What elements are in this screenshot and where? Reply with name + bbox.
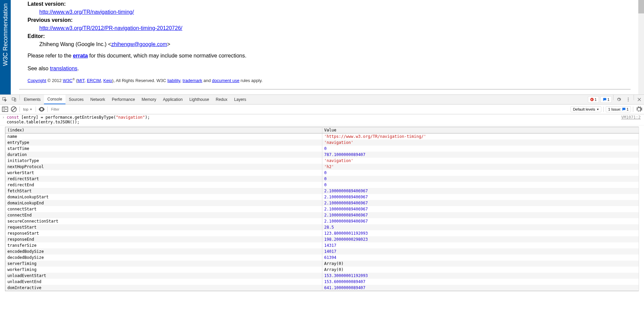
ercim-link[interactable]: ERCIM [87, 78, 101, 83]
table-row[interactable]: name'https://www.w3.org/TR/navigation-ti… [5, 133, 639, 140]
table-row[interactable]: fetchStart2.1000000089406967 [5, 188, 639, 194]
filter-input[interactable] [50, 107, 569, 112]
table-row[interactable]: encodedBodySize14017 [5, 248, 639, 255]
tab-performance[interactable]: Performance [108, 95, 138, 104]
previous-version-link[interactable]: http://www.w3.org/TR/2012/PR-navigation-… [39, 25, 182, 31]
cell-value: Array(0) [322, 267, 639, 273]
filter-field[interactable] [50, 107, 569, 112]
cell-key: workerStart [5, 170, 322, 176]
svg-line-9 [12, 108, 16, 111]
tab-network[interactable]: Network [87, 95, 108, 104]
copyright-link[interactable]: Copyright [28, 78, 46, 83]
devtools-panel: ElementsConsoleSourcesNetworkPerformance… [0, 94, 644, 313]
error-count-badge[interactable]: ✕1 [588, 96, 599, 103]
page-scrollbar[interactable] [638, 0, 644, 94]
tab-elements[interactable]: Elements [20, 95, 44, 104]
table-row[interactable]: responseStart123.80000001192093 [5, 230, 639, 236]
mit-link[interactable]: MIT [77, 78, 84, 83]
copyright-line: Copyright © 2012 W3C® (MIT, ERCIM, Keio)… [28, 77, 631, 84]
tab-sources[interactable]: Sources [65, 95, 87, 104]
table-row[interactable]: workerStart0 [5, 170, 639, 176]
latest-version-link[interactable]: http://www.w3.org/TR/navigation-timing/ [39, 9, 134, 15]
scrollbar-thumb[interactable] [638, 0, 644, 13]
cell-key: unloadEventStart [5, 273, 322, 279]
toggle-sidebar-icon[interactable] [1, 106, 9, 113]
table-row[interactable]: duration787.1000000089407 [5, 152, 639, 158]
clear-console-icon[interactable] [10, 106, 17, 113]
table-row[interactable]: transferSize14317 [5, 242, 639, 248]
context-selector[interactable]: top [22, 107, 34, 112]
inspect-element-icon[interactable] [0, 95, 9, 104]
tab-console[interactable]: Console [44, 95, 65, 104]
table-header-row: (index) Value [5, 127, 639, 133]
table-row[interactable]: startTime0 [5, 146, 639, 152]
cell-key: domInteractive [5, 285, 322, 291]
table-row[interactable]: redirectStart0 [5, 176, 639, 182]
live-expression-icon[interactable] [38, 106, 45, 113]
liability-link[interactable]: liability [168, 78, 180, 83]
cell-value: 0 [322, 170, 639, 176]
table-row[interactable]: redirectEnd0 [5, 182, 639, 188]
cell-value: 'h2' [322, 164, 639, 170]
table-row[interactable]: domInteractive641.1000000089407 [5, 285, 639, 291]
console-settings-icon[interactable] [635, 106, 643, 113]
w3c-link[interactable]: W3C [63, 78, 73, 83]
tab-application[interactable]: Application [159, 95, 186, 104]
table-row[interactable]: decodedBodySize61394 [5, 255, 639, 261]
table-row[interactable]: workerTimingArray(0) [5, 267, 639, 273]
cell-key: workerTiming [5, 267, 322, 273]
tab-lighthouse[interactable]: Lighthouse [186, 95, 213, 104]
svg-point-5 [628, 101, 629, 101]
table-row[interactable]: unloadEventEnd153.6000000089407 [5, 279, 639, 285]
tab-redux[interactable]: Redux [213, 95, 231, 104]
table-row[interactable]: connectEnd2.1000000089406967 [5, 212, 639, 218]
header-value[interactable]: Value [322, 127, 639, 133]
table-row[interactable]: connectStart2.1000000089406967 [5, 206, 639, 212]
cell-value: 'https://www.w3.org/TR/navigation-timing… [322, 133, 639, 140]
tab-memory[interactable]: Memory [138, 95, 159, 104]
table-row[interactable]: unloadEventStart153.30000001192093 [5, 273, 639, 279]
issues-button[interactable]: 1 Issue: 1 [606, 106, 631, 112]
errata-link[interactable]: errata [73, 53, 88, 58]
message-count-badge[interactable]: 1 [600, 96, 612, 103]
table-row[interactable]: domainLookupStart2.1000000089406967 [5, 194, 639, 200]
cell-value: 0 [322, 146, 639, 152]
table-row[interactable]: nextHopProtocol'h2' [5, 164, 639, 170]
cell-key: startTime [5, 146, 322, 152]
previous-version-label: Previous version: [28, 16, 631, 24]
table-row[interactable]: domainLookupEnd2.1000000089406967 [5, 200, 639, 206]
cell-value: 123.80000001192093 [322, 230, 639, 236]
cell-value: 'navigation' [322, 140, 639, 146]
settings-icon[interactable] [614, 95, 624, 104]
editor-email-link[interactable]: zhihengw@google.com [111, 41, 167, 47]
cell-key: unloadEventEnd [5, 279, 322, 285]
cell-value: Array(0) [322, 261, 639, 267]
console-input-line: › const [entry] = performance.getEntries… [0, 114, 644, 125]
table-row[interactable]: initiatorType'navigation' [5, 158, 639, 164]
translations-link[interactable]: translations [50, 66, 78, 71]
trademark-link[interactable]: trademark [183, 78, 202, 83]
cell-key: fetchStart [5, 188, 322, 194]
errata-paragraph: Please refer to the errata for this docu… [28, 52, 631, 60]
keio-link[interactable]: Keio [103, 78, 112, 83]
table-row[interactable]: responseEnd198.20000000298023 [5, 236, 639, 242]
log-levels-selector[interactable]: Default levels▼ [570, 106, 601, 112]
table-row[interactable]: entryType'navigation' [5, 140, 639, 146]
device-toolbar-icon[interactable] [9, 95, 19, 104]
header-index[interactable]: (index) [5, 127, 322, 133]
w3c-sidebar: W3C Recommendation [0, 0, 11, 94]
more-icon[interactable] [624, 95, 633, 104]
table-row[interactable]: requestStart28.5 [5, 224, 639, 230]
svg-point-4 [628, 99, 629, 100]
table-row[interactable]: secureConnectionStart2.1000000089406967 [5, 218, 639, 224]
table-row[interactable]: serverTimingArray(0) [5, 261, 639, 267]
cell-value: 2.1000000089406967 [322, 200, 639, 206]
console-body[interactable]: › const [entry] = performance.getEntries… [0, 114, 644, 313]
cell-key: requestStart [5, 224, 322, 230]
cell-key: entryType [5, 140, 322, 146]
cell-value: 2.1000000089406967 [322, 194, 639, 200]
tab-layers[interactable]: Layers [231, 95, 249, 104]
document-use-link[interactable]: document use [212, 78, 239, 83]
close-devtools-icon[interactable] [635, 95, 644, 104]
source-link[interactable]: VM1071:2 [621, 115, 644, 124]
